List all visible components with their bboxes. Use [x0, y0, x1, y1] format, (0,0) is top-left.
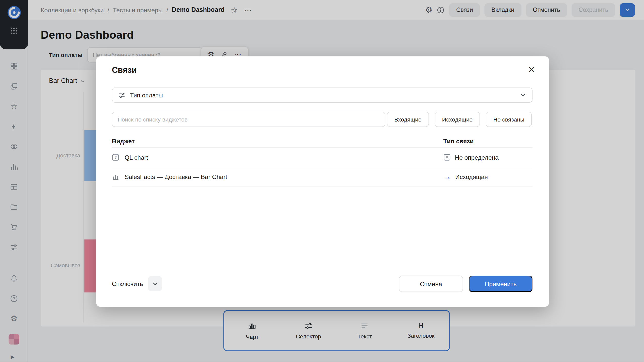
disable-dropdown-button[interactable] — [148, 276, 162, 291]
app-root: ☆ ⚙ ▶ Коллекции и воркбуки / Тесты и при… — [0, 0, 644, 362]
table-header: Виджет Тип связи — [112, 134, 533, 148]
modal-apply-button[interactable]: Применить — [469, 276, 533, 292]
widget-selector-dropdown[interactable]: Тип оплаты — [112, 87, 533, 103]
links-modal: Связи × Тип оплаты Входящие Исходящие Не… — [96, 56, 549, 307]
selected-widget-label: Тип оплаты — [130, 92, 163, 99]
modal-title: Связи — [112, 65, 137, 75]
close-icon[interactable]: × — [526, 62, 537, 77]
chevron-down-icon — [520, 92, 526, 98]
widget-name: QL chart — [125, 154, 148, 161]
table-row[interactable]: ? QL chart Не определена — [112, 148, 533, 167]
filter-outgoing-button[interactable]: Исходящие — [435, 112, 480, 127]
filter-incoming-button[interactable]: Входящие — [387, 112, 429, 127]
relation-label: Не определена — [455, 154, 498, 161]
relation-undefined-icon — [443, 154, 451, 161]
relation-label: Исходящая — [455, 173, 488, 180]
column-widget: Виджет — [112, 137, 443, 144]
svg-text:?: ? — [114, 155, 117, 159]
widget-search-input[interactable] — [112, 112, 385, 127]
modal-cancel-button[interactable]: Отмена — [399, 276, 463, 292]
chevron-down-icon — [152, 280, 158, 287]
selector-sliders-icon — [118, 91, 125, 99]
table-row[interactable]: SalesFacts — Доставка — Bar Chart → Исхо… — [112, 167, 533, 187]
disable-split-button: Отключить — [112, 276, 162, 291]
disable-button[interactable]: Отключить — [112, 280, 143, 287]
ql-chart-icon: ? — [112, 154, 119, 161]
outgoing-arrow-icon: → — [443, 173, 451, 180]
column-relation-type: Тип связи — [443, 137, 533, 144]
filter-unrelated-button[interactable]: Не связаны — [486, 112, 532, 127]
relation-filter-buttons: Входящие Исходящие Не связаны — [387, 112, 532, 127]
widget-name: SalesFacts — Доставка — Bar Chart — [125, 173, 227, 180]
chart-widget-icon — [112, 173, 119, 180]
